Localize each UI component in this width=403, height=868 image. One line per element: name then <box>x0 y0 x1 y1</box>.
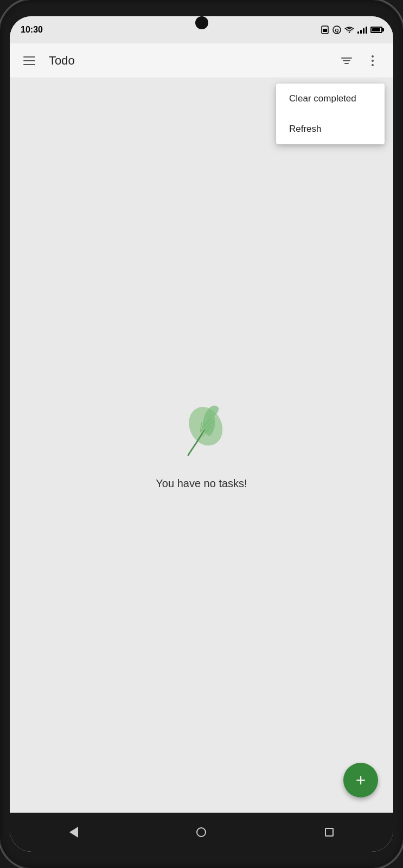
recents-button[interactable] <box>313 816 346 848</box>
svg-point-4 <box>349 31 350 33</box>
app-bar: Todo <box>10 43 393 78</box>
camera-notch <box>195 16 208 29</box>
menu-overlay[interactable] <box>10 78 393 813</box>
home-button[interactable] <box>185 816 218 848</box>
status-time: 10:30 <box>21 25 43 35</box>
svg-text:Q: Q <box>335 28 338 33</box>
hamburger-icon <box>23 60 35 61</box>
sim-icon <box>321 25 329 34</box>
home-icon <box>196 827 206 837</box>
back-icon <box>69 827 78 838</box>
recents-icon <box>325 828 334 837</box>
phone-frame: 10:30 Q <box>0 0 403 868</box>
signal-icon <box>357 26 367 34</box>
app-title: Todo <box>49 54 335 68</box>
back-button[interactable] <box>57 816 90 848</box>
battery-icon <box>370 27 382 33</box>
hamburger-icon <box>23 64 35 65</box>
refresh-item[interactable]: Refresh <box>276 114 385 144</box>
nav-bar <box>10 813 393 852</box>
hamburger-icon <box>23 56 35 58</box>
more-options-button[interactable] <box>361 49 385 73</box>
notification-icon: Q <box>332 25 341 34</box>
status-icons: Q <box>321 25 382 34</box>
dropdown-menu: Clear completed Refresh <box>276 84 385 144</box>
main-content: Clear completed Refresh <box>10 78 393 813</box>
svg-rect-1 <box>323 29 327 32</box>
filter-button[interactable] <box>335 49 359 73</box>
wifi-icon <box>344 26 354 34</box>
toolbar-actions <box>335 49 385 73</box>
phone-screen: 10:30 Q <box>10 16 393 852</box>
clear-completed-item[interactable]: Clear completed <box>276 84 385 114</box>
more-options-icon <box>372 55 374 66</box>
hamburger-menu-button[interactable] <box>18 50 40 72</box>
filter-icon <box>341 58 352 64</box>
